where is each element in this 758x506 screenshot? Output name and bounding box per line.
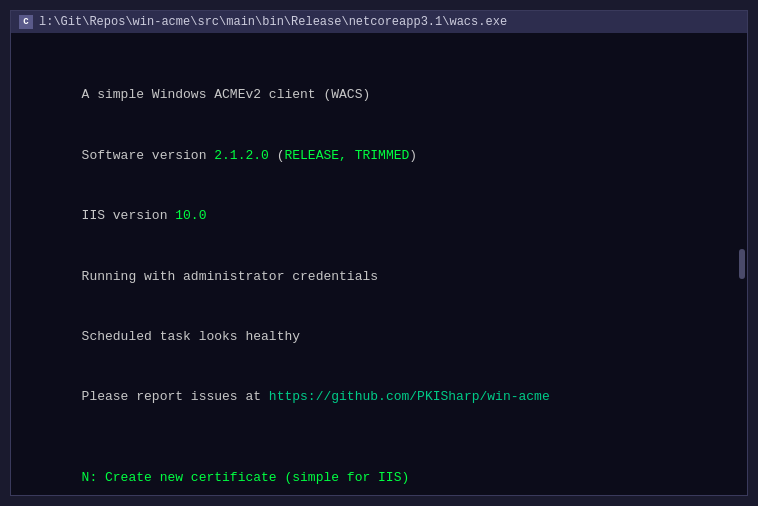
console-line-issues: Please report issues at https://github.c… — [27, 367, 731, 427]
terminal-window: C l:\Git\Repos\win-acme\src\main\bin\Rel… — [10, 10, 748, 496]
scrollbar[interactable] — [739, 249, 745, 279]
console-line-admin: Running with administrator credentials — [27, 246, 731, 306]
title-bar: C l:\Git\Repos\win-acme\src\main\bin\Rel… — [11, 11, 747, 33]
console-line-title: A simple Windows ACMEv2 client (WACS) — [27, 65, 731, 125]
console-body[interactable]: A simple Windows ACMEv2 client (WACS) So… — [11, 33, 747, 495]
window-icon: C — [19, 15, 33, 29]
console-line-blank1 — [27, 45, 731, 65]
console-line-task: Scheduled task looks healthy — [27, 307, 731, 367]
console-line-iis: IIS version 10.0 — [27, 186, 731, 246]
console-line-n: N: Create new certificate (simple for II… — [27, 448, 731, 495]
console-line-blank2 — [27, 428, 731, 448]
console-line-version: Software version 2.1.2.0 (RELEASE, TRIMM… — [27, 126, 731, 186]
title-bar-text: l:\Git\Repos\win-acme\src\main\bin\Relea… — [39, 15, 507, 29]
